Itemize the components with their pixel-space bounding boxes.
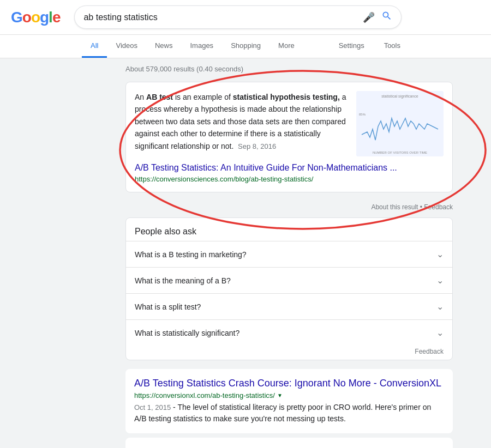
search-icons: 🎤 — [363, 10, 392, 24]
svg-text:statistical significance: statistical significance — [381, 94, 418, 99]
snippet-content: An AB test is an example of statistical … — [135, 91, 444, 156]
nav-right: Settings Tools — [330, 35, 409, 58]
logo-g: G — [11, 9, 22, 26]
snippet-link-title[interactable]: A/B Testing Statistics: An Intuitive Gui… — [135, 163, 444, 173]
logo-l: l — [49, 9, 52, 26]
search-input[interactable] — [83, 13, 363, 22]
dropdown-arrow-1[interactable]: ▼ — [277, 392, 283, 398]
paa-item-1[interactable]: What is a B testing in marketing? ⌄ — [126, 241, 452, 267]
logo-o2: o — [31, 9, 40, 26]
paa-question-3: What is a split test? — [135, 302, 201, 311]
tab-videos[interactable]: Videos — [107, 35, 146, 58]
logo-e: e — [52, 9, 61, 26]
svg-text:85%: 85% — [359, 113, 366, 116]
snippet-image: statistical significance NUMBER OF VISIT… — [356, 91, 444, 156]
organic-result-1: A/B Testing Statistics Crash Course: Ign… — [125, 369, 453, 433]
search-button[interactable] — [381, 10, 392, 24]
featured-snippet-container: An AB test is an example of statistical … — [125, 82, 453, 192]
tab-tools[interactable]: Tools — [375, 35, 409, 58]
results-count: About 579,000 results (0.40 seconds) — [125, 65, 453, 73]
paa-question-2: What is the meaning of a B? — [135, 276, 231, 285]
logo-o1: o — [22, 9, 31, 26]
people-also-ask: People also ask What is a B testing in m… — [125, 217, 453, 360]
chevron-down-icon-3: ⌄ — [436, 301, 444, 312]
tab-images[interactable]: Images — [181, 35, 222, 58]
tab-shopping[interactable]: Shopping — [222, 35, 270, 58]
result-snippet-1: The level of statistical literacy is pre… — [134, 403, 431, 423]
tab-news[interactable]: News — [146, 35, 182, 58]
snippet-text: An AB test is an example of statistical … — [135, 91, 348, 156]
nav-tabs: All Videos News Images Shopping More Set… — [0, 35, 491, 58]
chevron-down-icon-4: ⌄ — [436, 328, 444, 338]
featured-snippet: An AB test is an example of statistical … — [125, 82, 453, 192]
paa-footer: Feedback — [126, 346, 452, 360]
result-title-1[interactable]: A/B Testing Statistics Crash Course: Ign… — [134, 378, 444, 389]
tab-settings[interactable]: Settings — [330, 35, 373, 58]
result-desc-1: Oct 1, 2015 - The level of statistical l… — [134, 402, 444, 425]
tab-more[interactable]: More — [270, 35, 303, 58]
svg-text:NUMBER OF VISITORS OVER TIME: NUMBER OF VISITORS OVER TIME — [373, 151, 427, 154]
google-logo: G o o g l e — [11, 9, 60, 26]
results-area: About 579,000 results (0.40 seconds) An … — [38, 58, 453, 448]
result-date-1: Oct 1, 2015 — [134, 403, 171, 411]
paa-item-3[interactable]: What is a split test? ⌄ — [126, 293, 452, 319]
result-url-1: https://conversionxl.com/ab-testing-stat… — [134, 391, 275, 399]
tab-all[interactable]: All — [82, 35, 107, 58]
logo-g2: g — [40, 9, 49, 26]
paa-question-1: What is a B testing in marketing? — [135, 250, 247, 259]
search-bar: 🎤 — [74, 5, 402, 29]
svg-rect-1 — [356, 91, 444, 156]
header: G o o g l e 🎤 — [0, 0, 491, 35]
paa-header: People also ask — [126, 218, 452, 241]
paa-item-2[interactable]: What is the meaning of a B? ⌄ — [126, 267, 452, 293]
main-content: About 579,000 results (0.40 seconds) An … — [0, 58, 491, 448]
paa-question-4: What is statistically significant? — [135, 329, 239, 337]
organic-result-2: A/B Testing Statistics: An Intuitive Gui… — [125, 438, 453, 448]
about-result-footer: About this result • Feedback — [125, 203, 453, 211]
chevron-down-icon-2: ⌄ — [436, 275, 444, 286]
snippet-url: https://conversionsciences.com/blog/ab-t… — [135, 175, 444, 183]
microphone-icon[interactable]: 🎤 — [363, 11, 375, 23]
snippet-date: Sep 8, 2016 — [238, 142, 276, 150]
result-url-row-1: https://conversionxl.com/ab-testing-stat… — [134, 391, 444, 399]
chevron-down-icon-1: ⌄ — [436, 249, 444, 259]
paa-item-4[interactable]: What is statistically significant? ⌄ — [126, 319, 452, 346]
snippet-link-area: A/B Testing Statistics: An Intuitive Gui… — [135, 163, 444, 183]
